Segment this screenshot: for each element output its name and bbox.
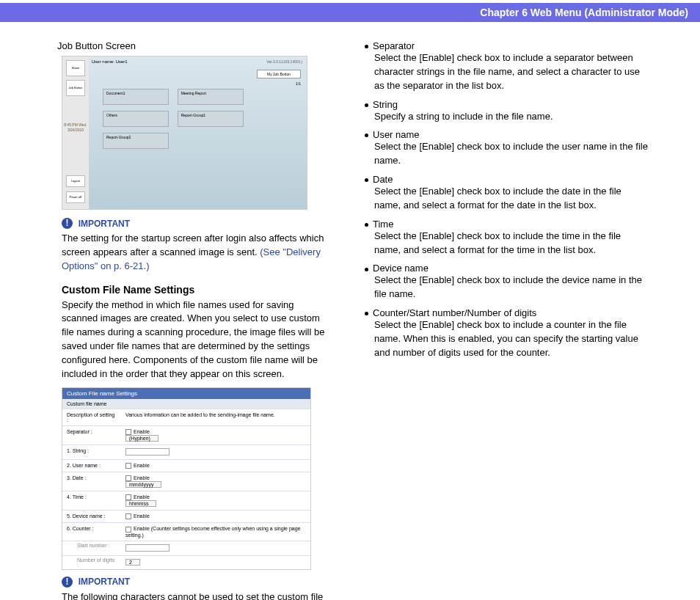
list-item: StringSpecify a string to include in the…: [365, 99, 649, 124]
ss2-chk-label: Enable: [134, 494, 150, 500]
opt-desc: Select the [Enable] check box to include…: [374, 185, 649, 213]
checkbox-icon: [125, 429, 131, 435]
bullet-icon: [365, 178, 368, 182]
my-job-button: My Job Button: [257, 70, 301, 78]
list-item: SeparatorSelect the [Enable] check box t…: [365, 40, 649, 93]
opt-title: Separator: [373, 40, 415, 51]
opt-desc: Specify a string to include in the file …: [374, 110, 649, 124]
select: hhmmss: [125, 500, 156, 507]
ss2-row-val: Various information can be added to the …: [121, 409, 310, 425]
ss2-chk-label: Enable: [134, 475, 150, 480]
select: mmddyyyy: [125, 481, 161, 488]
opt-title: String: [373, 99, 398, 110]
opt-title: Time: [373, 219, 393, 230]
ss2-subrow-label: Number of digits :: [62, 556, 121, 569]
bullet-icon: [365, 103, 368, 107]
opt-desc: Select the [Enable] check box to include…: [374, 318, 649, 360]
custom-file-name-heading: Custom File Name Settings: [62, 284, 325, 296]
important-icon: !: [62, 218, 73, 229]
ss2-row-label: 4. Time :: [62, 491, 121, 510]
checkbox-icon: [125, 463, 131, 469]
ss2-row-label: 6. Counter :: [62, 523, 121, 540]
job-button-screenshot: Home Job Button 8:45 PM Wed. 3/24/2010 L…: [62, 56, 307, 210]
opt-title: User name: [373, 129, 420, 140]
ss2-row-label: Separator :: [62, 426, 121, 444]
opt-title: Device name: [373, 263, 429, 274]
custom-file-name-paragraph: Specify the method in which file names u…: [62, 299, 325, 381]
checkbox-icon: [125, 494, 131, 500]
list-item: Counter/Start number/Number of digitsSel…: [365, 307, 649, 360]
figure1-caption: Job Button Screen: [57, 40, 335, 51]
custom-file-name-screenshot: Custom File name Settings Custom file na…: [62, 387, 311, 570]
user-label: User name: User1: [92, 59, 128, 64]
bullet-icon: [365, 45, 368, 48]
ss2-chk-label: Enable (Counter settings become effectiv…: [125, 526, 301, 537]
ss2-chk-label: Enable: [134, 463, 150, 468]
bullet-icon: [365, 223, 368, 227]
opt-title: Counter/Start number/Number of digits: [373, 307, 536, 318]
important-text-2: The following characters cannot be used …: [62, 590, 325, 600]
checkbox-icon: [125, 475, 131, 481]
important-label: IMPORTANT: [79, 577, 130, 587]
right-column: SeparatorSelect the [Enable] check box t…: [365, 40, 649, 600]
opt-desc: Select the [Enable] check box to include…: [374, 51, 649, 93]
ss2-subrow-label: Start number :: [62, 541, 121, 555]
ss2-row-label: 5. Device name :: [62, 511, 121, 522]
input: [125, 448, 169, 456]
tile: Report-Group2: [103, 133, 169, 149]
select: (Hyphen): [125, 435, 158, 442]
ss2-row-label: 3. Date :: [62, 472, 121, 491]
left-column: Job Button Screen Home Job Button 8:45 P…: [51, 40, 335, 600]
checkbox-icon: [125, 527, 131, 533]
ss2-row-label: Description of setting :: [62, 409, 121, 425]
opt-desc: Select the [Enable] check box to include…: [374, 140, 649, 168]
select: 2: [125, 559, 140, 566]
bullet-icon: [365, 133, 368, 137]
pager: 1/1: [296, 81, 301, 86]
tile: Report-Group1: [178, 111, 244, 127]
tile: Meeting Report: [178, 89, 244, 105]
options-list: SeparatorSelect the [Enable] check box t…: [365, 40, 649, 360]
checkbox-icon: [125, 513, 131, 519]
ss2-title: Custom File name Settings: [62, 388, 310, 399]
logout-button: Logout: [66, 175, 85, 187]
tile: Document1: [103, 89, 169, 105]
ss2-row-label: 2. User name :: [62, 460, 121, 472]
list-item: TimeSelect the [Enable] check box to inc…: [365, 219, 649, 257]
list-item: DateSelect the [Enable] check box to inc…: [365, 174, 649, 213]
opt-desc: Select the [Enable] check box to include…: [374, 230, 649, 257]
home-icon: Home: [66, 60, 85, 76]
power-button: Power off: [66, 191, 85, 203]
timestamp: 8:45 PM Wed. 3/24/2010: [64, 122, 87, 132]
bullet-icon: [365, 312, 368, 315]
ss2-chk-label: Enable: [134, 429, 150, 434]
opt-title: Date: [373, 174, 393, 185]
ss2-chk-label: Enable: [134, 513, 150, 519]
chapter-header: Chapter 6 Web Menu (Administrator Mode): [0, 3, 700, 22]
ss2-sub: Custom file name: [62, 399, 310, 409]
version-label: Ver.2.0.11103.14001 j: [266, 59, 302, 64]
ss2-row-label: 1. String :: [62, 445, 121, 459]
list-item: Device nameSelect the [Enable] check box…: [365, 263, 649, 301]
important-icon: !: [62, 577, 73, 588]
opt-desc: Select the [Enable] check box to include…: [374, 274, 649, 301]
important-label: IMPORTANT: [79, 219, 130, 229]
list-item: User nameSelect the [Enable] check box t…: [365, 129, 649, 168]
important-text-1: The setting for the startup screen after…: [62, 232, 325, 274]
input: [125, 544, 169, 552]
bullet-icon: [365, 268, 368, 271]
job-button-icon: Job Button: [66, 80, 85, 96]
tile: Others: [103, 111, 169, 127]
